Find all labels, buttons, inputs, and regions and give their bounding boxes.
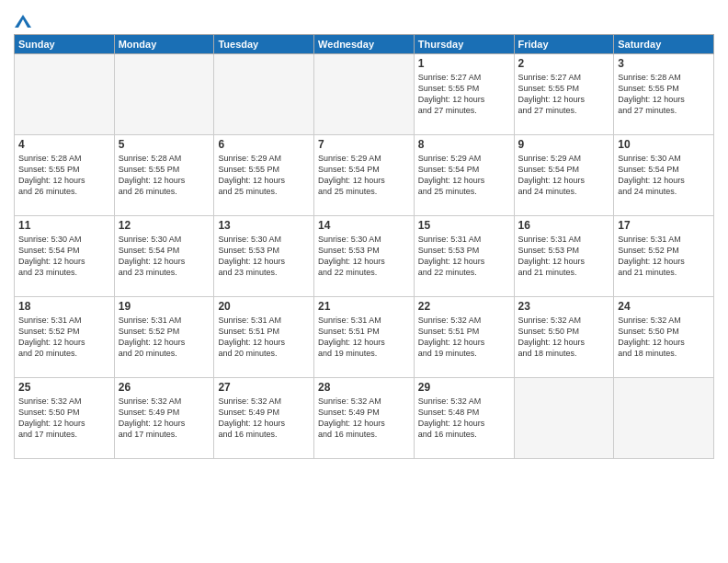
calendar-cell: 22Sunrise: 5:32 AM Sunset: 5:51 PM Dayli… — [414, 296, 514, 377]
day-number: 7 — [318, 138, 410, 151]
day-info: Sunrise: 5:28 AM Sunset: 5:55 PM Dayligh… — [618, 72, 710, 117]
day-info: Sunrise: 5:32 AM Sunset: 5:51 PM Dayligh… — [418, 315, 510, 360]
day-number: 2 — [518, 57, 610, 70]
day-info: Sunrise: 5:30 AM Sunset: 5:54 PM Dayligh… — [18, 234, 110, 279]
calendar-cell: 13Sunrise: 5:30 AM Sunset: 5:53 PM Dayli… — [214, 215, 314, 296]
day-info: Sunrise: 5:28 AM Sunset: 5:55 PM Dayligh… — [18, 153, 110, 198]
day-info: Sunrise: 5:32 AM Sunset: 5:50 PM Dayligh… — [518, 315, 610, 360]
calendar-cell: 2Sunrise: 5:27 AM Sunset: 5:55 PM Daylig… — [514, 53, 614, 134]
day-info: Sunrise: 5:32 AM Sunset: 5:49 PM Dayligh… — [218, 396, 310, 441]
week-row-0: 1Sunrise: 5:27 AM Sunset: 5:55 PM Daylig… — [15, 53, 714, 134]
day-number: 1 — [418, 57, 510, 70]
weekday-header-tuesday: Tuesday — [214, 34, 314, 53]
day-info: Sunrise: 5:31 AM Sunset: 5:51 PM Dayligh… — [218, 315, 310, 360]
day-number: 9 — [518, 138, 610, 151]
day-number: 21 — [318, 300, 410, 313]
day-number: 13 — [218, 219, 310, 232]
calendar-cell: 23Sunrise: 5:32 AM Sunset: 5:50 PM Dayli… — [514, 296, 614, 377]
day-number: 28 — [318, 381, 410, 394]
weekday-header-saturday: Saturday — [614, 34, 714, 53]
day-number: 20 — [218, 300, 310, 313]
calendar-cell: 29Sunrise: 5:32 AM Sunset: 5:48 PM Dayli… — [414, 377, 514, 458]
calendar-cell: 16Sunrise: 5:31 AM Sunset: 5:53 PM Dayli… — [514, 215, 614, 296]
day-info: Sunrise: 5:32 AM Sunset: 5:50 PM Dayligh… — [618, 315, 710, 360]
day-number: 25 — [18, 381, 110, 394]
day-number: 6 — [218, 138, 310, 151]
calendar-cell: 21Sunrise: 5:31 AM Sunset: 5:51 PM Dayli… — [314, 296, 415, 377]
calendar-cell: 20Sunrise: 5:31 AM Sunset: 5:51 PM Dayli… — [214, 296, 314, 377]
calendar-cell: 5Sunrise: 5:28 AM Sunset: 5:55 PM Daylig… — [114, 134, 214, 215]
day-info: Sunrise: 5:30 AM Sunset: 5:54 PM Dayligh… — [618, 153, 710, 198]
day-number: 17 — [618, 219, 710, 232]
day-number: 15 — [418, 219, 510, 232]
calendar-cell: 9Sunrise: 5:29 AM Sunset: 5:54 PM Daylig… — [514, 134, 614, 215]
week-row-2: 11Sunrise: 5:30 AM Sunset: 5:54 PM Dayli… — [15, 215, 714, 296]
calendar-cell — [314, 53, 415, 134]
weekday-header-wednesday: Wednesday — [314, 34, 415, 53]
day-number: 16 — [518, 219, 610, 232]
calendar-cell: 8Sunrise: 5:29 AM Sunset: 5:54 PM Daylig… — [414, 134, 514, 215]
day-number: 3 — [618, 57, 710, 70]
day-info: Sunrise: 5:31 AM Sunset: 5:53 PM Dayligh… — [418, 234, 510, 279]
day-info: Sunrise: 5:29 AM Sunset: 5:54 PM Dayligh… — [518, 153, 610, 198]
day-info: Sunrise: 5:31 AM Sunset: 5:52 PM Dayligh… — [18, 315, 110, 360]
calendar-cell — [614, 377, 714, 458]
day-number: 11 — [18, 219, 110, 232]
calendar-cell — [214, 53, 314, 134]
day-info: Sunrise: 5:30 AM Sunset: 5:53 PM Dayligh… — [318, 234, 410, 279]
calendar-cell: 4Sunrise: 5:28 AM Sunset: 5:55 PM Daylig… — [15, 134, 115, 215]
day-info: Sunrise: 5:32 AM Sunset: 5:49 PM Dayligh… — [119, 396, 210, 441]
logo-text — [14, 13, 31, 29]
day-info: Sunrise: 5:32 AM Sunset: 5:49 PM Dayligh… — [318, 396, 410, 441]
day-info: Sunrise: 5:28 AM Sunset: 5:55 PM Dayligh… — [119, 153, 210, 198]
day-info: Sunrise: 5:30 AM Sunset: 5:53 PM Dayligh… — [218, 234, 310, 279]
calendar-cell: 26Sunrise: 5:32 AM Sunset: 5:49 PM Dayli… — [114, 377, 214, 458]
calendar-cell: 10Sunrise: 5:30 AM Sunset: 5:54 PM Dayli… — [614, 134, 714, 215]
day-info: Sunrise: 5:32 AM Sunset: 5:50 PM Dayligh… — [18, 396, 110, 441]
calendar-cell: 14Sunrise: 5:30 AM Sunset: 5:53 PM Dayli… — [314, 215, 415, 296]
day-number: 8 — [418, 138, 510, 151]
calendar-cell: 7Sunrise: 5:29 AM Sunset: 5:54 PM Daylig… — [314, 134, 415, 215]
day-info: Sunrise: 5:31 AM Sunset: 5:53 PM Dayligh… — [518, 234, 610, 279]
day-number: 27 — [218, 381, 310, 394]
day-info: Sunrise: 5:27 AM Sunset: 5:55 PM Dayligh… — [418, 72, 510, 117]
day-number: 18 — [18, 300, 110, 313]
day-number: 22 — [418, 300, 510, 313]
header — [14, 9, 714, 29]
day-number: 12 — [119, 219, 210, 232]
weekday-header-monday: Monday — [114, 34, 214, 53]
day-number: 23 — [518, 300, 610, 313]
day-number: 29 — [418, 381, 510, 394]
week-row-1: 4Sunrise: 5:28 AM Sunset: 5:55 PM Daylig… — [15, 134, 714, 215]
day-number: 5 — [119, 138, 210, 151]
day-info: Sunrise: 5:31 AM Sunset: 5:51 PM Dayligh… — [318, 315, 410, 360]
calendar-cell: 17Sunrise: 5:31 AM Sunset: 5:52 PM Dayli… — [614, 215, 714, 296]
calendar-cell — [514, 377, 614, 458]
calendar-table: SundayMondayTuesdayWednesdayThursdayFrid… — [14, 34, 714, 459]
day-number: 4 — [18, 138, 110, 151]
day-info: Sunrise: 5:30 AM Sunset: 5:54 PM Dayligh… — [119, 234, 210, 279]
calendar-cell: 24Sunrise: 5:32 AM Sunset: 5:50 PM Dayli… — [614, 296, 714, 377]
day-number: 26 — [119, 381, 210, 394]
logo-icon — [15, 15, 31, 28]
weekday-header-row: SundayMondayTuesdayWednesdayThursdayFrid… — [15, 34, 714, 53]
day-info: Sunrise: 5:31 AM Sunset: 5:52 PM Dayligh… — [119, 315, 210, 360]
weekday-header-sunday: Sunday — [15, 34, 115, 53]
calendar-cell: 1Sunrise: 5:27 AM Sunset: 5:55 PM Daylig… — [414, 53, 514, 134]
calendar-cell — [114, 53, 214, 134]
calendar-cell: 25Sunrise: 5:32 AM Sunset: 5:50 PM Dayli… — [15, 377, 115, 458]
day-number: 10 — [618, 138, 710, 151]
day-info: Sunrise: 5:32 AM Sunset: 5:48 PM Dayligh… — [418, 396, 510, 441]
calendar-cell: 19Sunrise: 5:31 AM Sunset: 5:52 PM Dayli… — [114, 296, 214, 377]
week-row-4: 25Sunrise: 5:32 AM Sunset: 5:50 PM Dayli… — [15, 377, 714, 458]
day-number: 24 — [618, 300, 710, 313]
day-info: Sunrise: 5:29 AM Sunset: 5:54 PM Dayligh… — [318, 153, 410, 198]
calendar-cell: 28Sunrise: 5:32 AM Sunset: 5:49 PM Dayli… — [314, 377, 415, 458]
calendar-cell: 15Sunrise: 5:31 AM Sunset: 5:53 PM Dayli… — [414, 215, 514, 296]
weekday-header-friday: Friday — [514, 34, 614, 53]
day-info: Sunrise: 5:31 AM Sunset: 5:52 PM Dayligh… — [618, 234, 710, 279]
calendar-cell: 11Sunrise: 5:30 AM Sunset: 5:54 PM Dayli… — [15, 215, 115, 296]
calendar-cell: 3Sunrise: 5:28 AM Sunset: 5:55 PM Daylig… — [614, 53, 714, 134]
day-info: Sunrise: 5:29 AM Sunset: 5:55 PM Dayligh… — [218, 153, 310, 198]
week-row-3: 18Sunrise: 5:31 AM Sunset: 5:52 PM Dayli… — [15, 296, 714, 377]
